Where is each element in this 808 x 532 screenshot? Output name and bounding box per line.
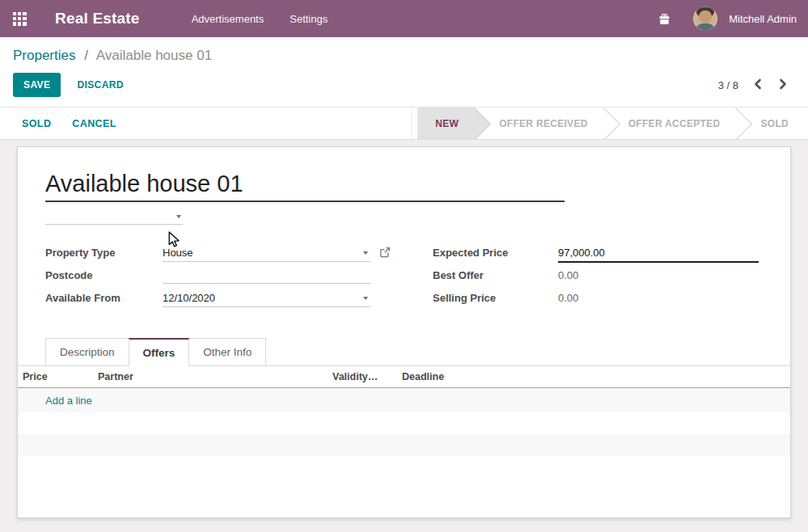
postcode-input[interactable] [163,267,370,284]
user-avatar[interactable] [693,6,717,31]
content-area: Available house 01 Property Type House [0,140,808,518]
user-name[interactable]: Mitchell Admin [729,13,797,25]
notebook: Description Offers Other Info Price Part… [18,338,790,456]
caret-down-icon [176,215,181,218]
available-from-input[interactable]: 12/10/2020 [163,289,370,307]
caret-down-icon [363,251,368,255]
field-label: Available From [45,289,163,304]
field-label: Property Type [45,244,163,259]
column-header-partner[interactable]: Partner [93,366,328,388]
tab-description[interactable]: Description [45,338,129,365]
column-header-price[interactable]: Price [18,366,93,388]
right-field-group: Expected Price 97,000.00 Best Offer 0.00… [433,244,763,312]
form-sheet: Available house 01 Property Type House [17,146,791,518]
save-button[interactable]: SAVE [13,73,61,97]
offers-table-header: Price Partner Validity… Deadline [18,366,790,388]
top-navbar: Real Estate Advertisements Settings Mitc… [0,0,808,37]
external-link-icon[interactable] [379,244,391,261]
field-label: Postcode [45,267,163,281]
control-panel: Properties / Available house 01 SAVE DIS… [0,37,808,107]
page-title: Available house 01 [45,170,565,197]
caret-down-icon [363,297,368,300]
sold-action-button[interactable]: SOLD [22,118,51,129]
field-property-type: Property Type House [45,244,398,267]
breadcrumb-separator: / [84,48,88,63]
statusbar: SOLD CANCEL NEW OFFER RECEIVED OFFER ACC… [0,107,808,140]
field-groups: Property Type House [45,244,763,312]
tab-bar: Description Offers Other Info [18,338,790,366]
breadcrumb-properties[interactable]: Properties [13,48,75,63]
status-step-offer-received[interactable]: OFFER RECEIVED [475,108,604,139]
breadcrumb: Properties / Available house 01 [13,48,795,64]
status-steps: NEW OFFER RECEIVED OFFER ACCEPTED SOLD [411,108,808,139]
record-pager: 3 / 8 [718,77,795,94]
add-line-row: Add a line [18,388,790,413]
pager-value: 3 / 8 [718,79,738,91]
app-title[interactable]: Real Estate [55,10,140,27]
field-selling-price: Selling Price 0.00 [433,289,763,312]
actions-row: SAVE DISCARD 3 / 8 [13,73,795,97]
column-header-validity[interactable]: Validity… [328,366,397,388]
chevron-right-icon [778,78,789,92]
statusbar-buttons: SOLD CANCEL [0,108,116,139]
best-offer-value: 0.00 [558,267,578,281]
pager-previous-button[interactable] [751,77,764,94]
chevron-left-icon [752,78,763,92]
field-expected-price: Expected Price 97,000.00 [433,244,763,267]
field-label: Selling Price [433,289,558,304]
field-label: Expected Price [433,244,558,259]
tab-other-info[interactable]: Other Info [188,338,266,365]
field-label: Best Offer [433,267,558,281]
navbar-right: Mitchell Admin [658,6,808,31]
selling-price-value: 0.00 [558,289,578,304]
cancel-action-button[interactable]: CANCEL [72,118,116,129]
pager-next-button[interactable] [776,77,790,94]
table-row [18,434,790,456]
expected-price-value: 97,000.00 [558,247,605,259]
field-postcode: Postcode [45,267,398,289]
expected-price-input[interactable]: 97,000.00 [558,244,759,263]
app-window: Real Estate Advertisements Settings Mitc… [0,0,808,532]
add-a-line-link[interactable]: Add a line [45,395,92,407]
field-best-offer: Best Offer 0.00 [433,267,763,289]
field-available-from: Available From 12/10/2020 [45,289,398,312]
menu-advertisements[interactable]: Advertisements [192,13,264,25]
available-from-value: 12/10/2020 [163,292,215,304]
property-type-input[interactable]: House [163,244,370,262]
property-type-value: House [163,247,193,259]
apps-grid-icon [13,12,27,26]
offers-table: Price Partner Validity… Deadline Add a l… [18,366,790,456]
property-name-field[interactable]: Available house 01 [45,170,565,202]
column-header-deadline[interactable]: Deadline [397,366,790,388]
breadcrumb-current: Available house 01 [96,48,212,63]
apps-menu-button[interactable] [0,0,39,37]
navbar-menus: Advertisements Settings [192,13,328,25]
menu-settings[interactable]: Settings [290,13,328,25]
tags-input[interactable] [45,209,183,225]
table-row [18,412,790,434]
left-field-group: Property Type House [45,244,398,312]
tab-offers[interactable]: Offers [129,338,190,366]
status-step-new[interactable]: NEW [417,108,475,139]
discard-button[interactable]: DISCARD [77,79,123,91]
gift-icon[interactable] [658,13,671,25]
status-step-offer-accepted[interactable]: OFFER ACCEPTED [604,108,737,139]
